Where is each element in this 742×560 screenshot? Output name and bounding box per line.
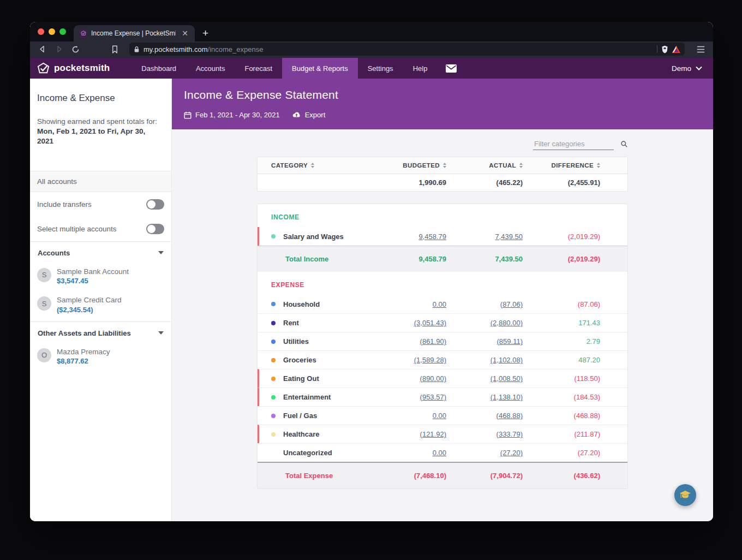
actual-value-link[interactable]: (468.88) bbox=[496, 412, 523, 420]
bat-rewards-icon[interactable] bbox=[672, 46, 680, 53]
account-item-sample-bank[interactable]: S Sample Bank Account $3,547.45 bbox=[30, 264, 171, 293]
user-menu-label: Demo bbox=[672, 64, 691, 73]
tab-close-icon[interactable]: ✕ bbox=[179, 28, 190, 38]
category-color-dot bbox=[271, 432, 276, 437]
minimize-window-button[interactable] bbox=[49, 28, 55, 35]
browser-menu-icon[interactable] bbox=[693, 43, 708, 55]
accounts-group-label: Accounts bbox=[38, 249, 70, 257]
budgeted-value-link[interactable]: (1,589.28) bbox=[414, 356, 446, 364]
category-row[interactable]: Salary and Wages 9,458.79 7,439.50 (2,01… bbox=[258, 227, 627, 246]
pocketsmith-logo[interactable]: pocketsmith bbox=[30, 58, 117, 79]
app-navbar: pocketsmith Dashboard Accounts Forecast … bbox=[30, 58, 713, 79]
budgeted-value-link[interactable]: (861.90) bbox=[420, 337, 446, 345]
category-name: Eating Out bbox=[283, 374, 319, 383]
budgeted-value-link[interactable]: 0.00 bbox=[433, 449, 446, 457]
category-name: Salary and Wages bbox=[283, 233, 344, 241]
new-tab-button[interactable]: + bbox=[195, 27, 216, 41]
actual-value-link[interactable]: (2,880.00) bbox=[490, 319, 523, 327]
sort-difference[interactable]: Difference bbox=[552, 162, 600, 169]
category-row[interactable]: Utilities (861.90) (859.11) 2.79 bbox=[258, 332, 627, 350]
summary-actual: (465.22) bbox=[446, 178, 523, 187]
summary-difference: (2,455.91) bbox=[523, 178, 600, 187]
nav-item-accounts[interactable]: Accounts bbox=[186, 58, 235, 79]
actual-value-link[interactable]: (1,138.10) bbox=[490, 393, 523, 401]
category-row[interactable]: Healthcare (121.92) (333.79) (211.87) bbox=[258, 425, 627, 443]
difference-value: 171.43 bbox=[523, 319, 600, 327]
income-rows: Salary and Wages 9,458.79 7,439.50 (2,01… bbox=[258, 227, 627, 246]
category-row[interactable]: Uncategorized 0.00 (27.20) (27.20) bbox=[258, 443, 627, 462]
nav-item-dashboard[interactable]: Dashboard bbox=[131, 58, 186, 79]
actual-value-link[interactable]: (859.11) bbox=[497, 337, 523, 345]
forward-icon[interactable] bbox=[52, 43, 66, 55]
accounts-group-header[interactable]: Accounts bbox=[30, 242, 171, 264]
statement-card: INCOME Salary and Wages 9,458.79 7,439.5… bbox=[257, 204, 628, 489]
actual-value-link[interactable]: 7,439.50 bbox=[495, 233, 523, 241]
brave-shield-icon[interactable] bbox=[661, 45, 668, 53]
budgeted-value-link[interactable]: 9,458.79 bbox=[418, 233, 446, 241]
back-icon[interactable] bbox=[35, 43, 50, 55]
sidebar-title: Income & Expense bbox=[37, 93, 164, 104]
sort-budgeted[interactable]: Budgeted bbox=[403, 162, 446, 169]
collapse-triangle-icon bbox=[158, 331, 164, 335]
nav-item-forecast[interactable]: Forecast bbox=[235, 58, 282, 79]
mail-icon[interactable] bbox=[437, 58, 465, 79]
browser-tab[interactable]: Income Expense | PocketSmith ✕ bbox=[74, 25, 195, 41]
sidebar-subtitle: Showing earned and spent totals for: bbox=[37, 117, 164, 127]
nav-item-help[interactable]: Help bbox=[403, 58, 438, 79]
category-name: Fuel / Gas bbox=[283, 412, 317, 420]
sort-category[interactable]: Category bbox=[271, 162, 314, 169]
graduation-cap-icon bbox=[679, 490, 691, 501]
category-name: Groceries bbox=[283, 356, 316, 364]
category-row[interactable]: Groceries (1,589.28) (1,102.08) 487.20 bbox=[258, 350, 627, 369]
category-row[interactable]: Fuel / Gas 0.00 (468.88) (468.88) bbox=[258, 406, 627, 425]
account-item-sample-credit[interactable]: S Sample Credit Card ($2,345.54) bbox=[30, 293, 171, 321]
expense-section-label: EXPENSE bbox=[258, 272, 627, 295]
difference-value: (118.50) bbox=[523, 374, 600, 383]
browser-tab-strip: Income Expense | PocketSmith ✕ + bbox=[30, 22, 713, 41]
budgeted-value-link[interactable]: (121.92) bbox=[420, 430, 446, 438]
actual-value-link[interactable]: (27.20) bbox=[500, 449, 523, 457]
nav-item-budget-reports[interactable]: Budget & Reports bbox=[282, 58, 358, 79]
actual-value-link[interactable]: (1,008.50) bbox=[490, 374, 523, 383]
nav-item-settings[interactable]: Settings bbox=[358, 58, 403, 79]
difference-value: (211.87) bbox=[523, 430, 600, 438]
page-title: Income & Expense Statement bbox=[184, 88, 713, 102]
select-multiple-accounts-toggle[interactable] bbox=[146, 224, 164, 234]
budgeted-value-link[interactable]: (890.00) bbox=[420, 374, 446, 383]
reload-icon[interactable] bbox=[68, 43, 82, 55]
learn-fab-button[interactable] bbox=[674, 484, 696, 506]
actual-value-link[interactable]: (1,102.08) bbox=[490, 356, 523, 364]
filter-categories-input[interactable] bbox=[533, 138, 614, 150]
account-item-mazda[interactable]: O Mazda Premacy $8,877.62 bbox=[30, 344, 171, 373]
total-income-budgeted: 9,458.79 bbox=[363, 255, 446, 263]
budgeted-value-link[interactable]: 0.00 bbox=[433, 300, 446, 308]
total-income-actual: 7,439.50 bbox=[446, 255, 523, 263]
close-window-button[interactable] bbox=[38, 28, 44, 35]
budgeted-value-link[interactable]: 0.00 bbox=[433, 412, 446, 420]
actual-value-link[interactable]: (87.06) bbox=[500, 300, 523, 308]
category-row[interactable]: Entertainment (953.57) (1,138.10) (184.5… bbox=[258, 388, 627, 406]
tab-title: Income Expense | PocketSmith bbox=[91, 29, 176, 37]
export-button[interactable]: Export bbox=[292, 111, 326, 119]
category-row[interactable]: Household 0.00 (87.06) (87.06) bbox=[258, 295, 627, 313]
actual-value-link[interactable]: (333.79) bbox=[496, 430, 523, 438]
zoom-window-button[interactable] bbox=[59, 28, 66, 35]
other-assets-group-header[interactable]: Other Assets and Liabilities bbox=[30, 322, 171, 344]
budgeted-value-link[interactable]: (953.57) bbox=[420, 393, 446, 401]
include-transfers-toggle[interactable] bbox=[146, 199, 164, 210]
category-color-dot bbox=[271, 395, 276, 400]
sidebar-date-range: Mon, Feb 1, 2021 to Fri, Apr 30, 2021 bbox=[37, 127, 164, 146]
sort-actual[interactable]: Actual bbox=[489, 162, 523, 169]
url-bar[interactable]: my.pocketsmith.com/income_expense bbox=[129, 43, 685, 56]
date-range-picker[interactable]: Feb 1, 2021 - Apr 30, 2021 bbox=[184, 111, 280, 119]
window-controls[interactable] bbox=[30, 22, 74, 41]
avatar: O bbox=[37, 348, 51, 362]
user-menu[interactable]: Demo bbox=[672, 58, 713, 79]
category-row[interactable]: Rent (3,051.43) (2,880.00) 171.43 bbox=[258, 313, 627, 332]
difference-value: (468.88) bbox=[523, 412, 600, 420]
bookmark-icon[interactable] bbox=[107, 43, 122, 55]
budgeted-value-link[interactable]: (3,051.43) bbox=[414, 319, 446, 327]
category-row[interactable]: Eating Out (890.00) (1,008.50) (118.50) bbox=[258, 369, 627, 388]
search-icon[interactable] bbox=[620, 140, 628, 148]
all-accounts-item[interactable]: All accounts bbox=[30, 171, 171, 192]
